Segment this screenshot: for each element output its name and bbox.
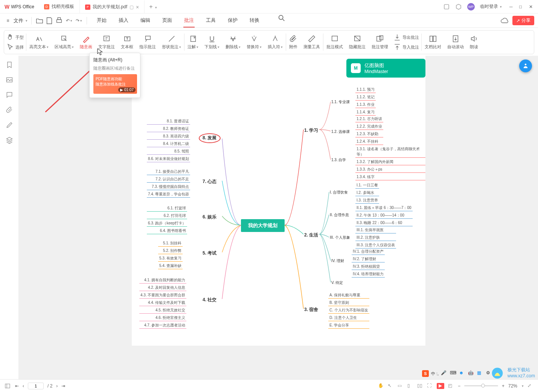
hand-tool[interactable]: 手型 — [6, 33, 24, 42]
tray-sogou-icon[interactable]: S — [422, 370, 429, 377]
node-8: 8. 发展 — [203, 135, 216, 141]
first-page[interactable]: ⇤ — [15, 383, 19, 389]
underline-tool[interactable]: 下划线▾ — [201, 35, 223, 50]
open-icon[interactable] — [35, 17, 44, 25]
leaf-node: E. 学会分享 — [328, 322, 369, 329]
fab-button[interactable] — [519, 59, 532, 72]
zoom-slider[interactable] — [464, 385, 498, 386]
prev-page[interactable]: ‹ — [23, 383, 24, 389]
text-annot-tool[interactable]: 文字批注 — [95, 35, 118, 50]
leaf-node: 8.1. 普通话证 — [147, 118, 190, 125]
undo-icon[interactable]: ↶▾ — [65, 17, 73, 25]
search-icon[interactable] — [277, 14, 286, 22]
attachment-icon[interactable] — [6, 106, 13, 114]
add-tab-button[interactable]: + ▾ — [145, 3, 162, 10]
fullscreen-icon[interactable]: ⤢ — [527, 383, 533, 389]
avatar[interactable]: WP — [467, 3, 475, 11]
minimize-button[interactable]: ─ — [509, 4, 515, 9]
highlight-text-tool[interactable]: 高亮文本▾ — [26, 35, 52, 50]
zoom-in[interactable]: + — [502, 383, 504, 389]
print-icon[interactable] — [55, 17, 63, 25]
single-icon[interactable]: ▯ — [407, 383, 413, 389]
cloud-icon[interactable] — [500, 17, 509, 25]
share-button[interactable]: ↗ 分享 — [512, 16, 534, 25]
read-tool[interactable]: 朗读 — [467, 35, 481, 50]
two-page-icon[interactable]: ▯▯ — [417, 383, 423, 389]
leaf-node: 1.1.2. 笔记 — [355, 94, 376, 101]
tab-convert[interactable]: 转换 — [249, 14, 260, 27]
attach-tool[interactable]: 附件 — [286, 35, 300, 50]
comment-icon[interactable] — [6, 91, 13, 99]
tab-start[interactable]: 开始 — [96, 14, 107, 27]
tab-page[interactable]: 页面 — [162, 14, 173, 27]
tab-tools[interactable]: 工具 — [205, 14, 216, 27]
leaf-node: 1.3.1. 读名著（鬼谷子，高情商聊天术等） — [355, 146, 425, 158]
tray-robot-icon[interactable]: 🤖 — [468, 370, 475, 377]
page-total: / 2 — [47, 383, 52, 389]
export-annot[interactable]: 导出批注 — [393, 33, 419, 42]
fit-icon[interactable]: ⛶ — [427, 383, 433, 389]
select-tool[interactable]: 选择 — [6, 43, 24, 52]
tray-grid-icon[interactable]: ▦ — [477, 370, 484, 377]
import-annot[interactable]: 导入批注 — [393, 43, 419, 52]
tab-insert[interactable]: 插入 — [118, 14, 129, 27]
file-menu[interactable]: 文件 — [14, 17, 23, 24]
edit-icon[interactable] — [6, 121, 13, 129]
tooltip-desc: 随意圈画区域进行备注 — [93, 66, 136, 71]
close-icon[interactable]: × — [136, 4, 139, 10]
compare-tool[interactable]: 文档比对 — [422, 35, 444, 50]
tray-ime[interactable]: 中 :, — [431, 371, 439, 377]
save-icon[interactable] — [45, 17, 53, 25]
note-tool[interactable]: 注解▾ — [184, 35, 201, 50]
zoom-out[interactable]: − — [458, 383, 460, 389]
redo-icon[interactable]: ↷▾ — [75, 17, 83, 25]
pointer-icon[interactable]: ↖ — [388, 383, 394, 389]
measure-tool[interactable]: 测量工具 — [300, 35, 323, 50]
tooltip: 随意画 (Alt+R) 随意圈画区域进行备注 PDF随意画功能随意添加线条批注 … — [89, 53, 140, 98]
tray-keyboard-icon[interactable]: ⌨ — [450, 370, 457, 377]
hand-icon[interactable]: ✋ — [378, 383, 384, 389]
crop-icon[interactable]: ◰ — [448, 383, 454, 389]
leaf-node: I.2. 多喝水 — [355, 190, 379, 196]
tray-mic-icon[interactable]: 🎤 — [441, 370, 448, 377]
bookmark-icon[interactable] — [6, 61, 13, 69]
shape-annot-tool[interactable]: 形状批注▾ — [159, 35, 184, 50]
tray-face-icon[interactable]: ☻ — [459, 370, 466, 377]
panel-icon[interactable] — [5, 383, 11, 389]
tab-edit[interactable]: 编辑 — [140, 14, 151, 27]
maximize-button[interactable]: □ — [519, 4, 524, 9]
textbox-tool[interactable]: 文本框 — [118, 35, 136, 50]
area-highlight-tool[interactable]: 区域高亮▾ — [52, 35, 77, 50]
play-icon: ▶ 01:07 — [118, 87, 136, 92]
cube-icon[interactable] — [455, 3, 462, 10]
tab-document[interactable]: P 我的大学规划.pdf ▢ × — [80, 0, 145, 13]
hide-annot-tool[interactable]: 隐藏批注 — [346, 35, 369, 50]
strike-tool[interactable]: 删除线▾ — [223, 35, 244, 50]
menu-icon[interactable]: ≡ — [4, 17, 12, 25]
grid-icon[interactable] — [443, 3, 450, 10]
tab-protect[interactable]: 保护 — [227, 14, 238, 27]
tab-annotate[interactable]: 批注 — [183, 14, 195, 27]
login-button[interactable]: 临时登录 ▾ — [480, 3, 502, 10]
replace-tool[interactable]: 替换符▾ — [244, 35, 265, 50]
manage-annot-tool[interactable]: 批注管理 — [369, 35, 391, 50]
close-button[interactable]: ✕ — [529, 4, 534, 9]
play-icon[interactable]: ▶ — [437, 383, 444, 389]
autoscroll-tool[interactable]: 自动滚动 — [444, 35, 467, 50]
insert-tool[interactable]: 插入符▾ — [265, 35, 286, 50]
layers-icon[interactable] — [6, 136, 13, 144]
image-icon[interactable] — [6, 76, 13, 84]
svg-point-19 — [525, 64, 527, 66]
callout-tool[interactable]: 指示批注 — [136, 35, 159, 50]
leaf-node: 8.4. 计算机二级 — [147, 141, 190, 147]
tooltip-thumb[interactable]: PDF随意画功能随意添加线条批注 ▶ 01:07 — [93, 74, 137, 94]
canvas[interactable]: M 亿图脑图MindMaster 我的大学规划 8. 发展 8.1. 普通话证8… — [19, 56, 538, 379]
tab-templates[interactable]: D 找稻壳模板 — [39, 0, 80, 13]
continuous-icon[interactable]: ▭ — [398, 383, 404, 389]
next-page[interactable]: › — [56, 383, 58, 389]
annot-mode-tool[interactable]: 批注模式 — [323, 35, 346, 50]
screen-icon[interactable]: ▢ — [130, 5, 134, 10]
page-input[interactable] — [28, 383, 44, 389]
freehand-tool[interactable]: 随意画 — [77, 35, 95, 50]
last-page[interactable]: ⇥ — [61, 383, 65, 389]
